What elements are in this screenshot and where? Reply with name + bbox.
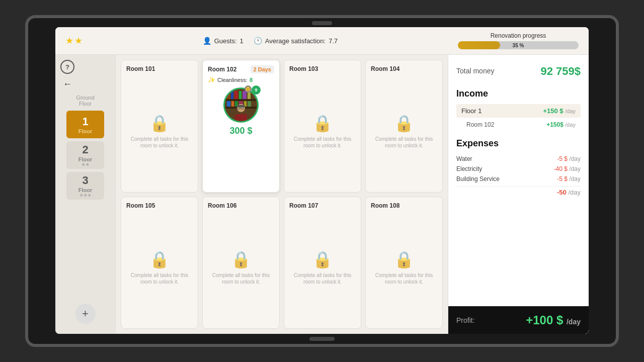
room-103-card[interactable]: Room 103 🔒 Complete all tasks for this r…	[284, 60, 361, 193]
ground-floor-label: Ground Floor	[76, 95, 95, 107]
device-frame: ★ ★ 👤 Guests: 1 🕐 Average satisfaction: …	[25, 15, 619, 347]
floor-3-stars: ★★★	[79, 193, 92, 198]
expenses-title: Expenses	[456, 138, 581, 149]
room-108-card[interactable]: Room 108 🔒 Complete all tasks for this r…	[365, 197, 443, 329]
income-room-102-row: Room 102 +150$ /day	[456, 120, 581, 128]
room-103-lock-icon: 🔒	[312, 114, 333, 133]
room-102-cleanliness: ✨ Cleanliness: 8	[208, 76, 274, 83]
floor-text: Floor	[76, 101, 95, 107]
room-108-lock-text: Complete all tasks for this room to unlo…	[371, 272, 437, 285]
room-103-name: Room 103	[289, 65, 318, 72]
guests-stat: 👤 Guests: 1	[203, 37, 244, 45]
room-103-header: Room 103	[289, 65, 356, 72]
room-107-lock-icon: 🔒	[312, 250, 333, 269]
svg-rect-19	[237, 105, 245, 107]
income-floor-1-value: +150 $ /day	[543, 107, 576, 115]
guest-icon-badge: 😊	[245, 85, 252, 93]
total-money-value: 92 759$	[540, 63, 581, 78]
expenses-section: Expenses Water -5 $ /day Electricity -40…	[456, 138, 581, 196]
satisfaction-value: 7.7	[329, 37, 338, 45]
floor-3-button[interactable]: 3 Floor ★★★	[66, 172, 104, 200]
room-105-card[interactable]: Room 105 🔒 Complete all tasks for this r…	[121, 197, 198, 329]
room-104-lock-text: Complete all tasks for this room to unlo…	[371, 136, 437, 149]
room-102-timer: 2 Days	[251, 65, 274, 73]
room-102-card[interactable]: Room 102 2 Days ✨ Cleanliness: 8	[202, 60, 280, 193]
renovation-label: Renovation progress	[491, 32, 546, 39]
room-103-locked: 🔒 Complete all tasks for this room to un…	[289, 75, 356, 187]
room-107-header: Room 107	[289, 202, 356, 209]
guests-count: 1	[240, 37, 244, 45]
total-money-value-wrap: 92 759$	[540, 63, 581, 78]
svg-rect-10	[231, 101, 234, 107]
floor-3-label: Floor	[78, 187, 93, 193]
room-104-header: Room 104	[371, 65, 437, 72]
room-101-locked: 🔒 Complete all tasks for this room to un…	[126, 75, 193, 187]
svg-rect-5	[234, 91, 238, 99]
help-button[interactable]: ?	[60, 60, 74, 74]
rooms-area: Room 101 🔒 Complete all tasks for this r…	[116, 55, 448, 334]
room-105-lock-text: Complete all tasks for this room to unlo…	[126, 272, 193, 285]
room-101-lock-text: Complete all tasks for this room to unlo…	[126, 136, 193, 149]
help-label: ?	[65, 63, 69, 71]
renovation-section: Renovation progress 35 %	[458, 32, 579, 49]
floor-2-button[interactable]: 2 Floor ★★	[66, 141, 104, 169]
star-2: ★	[74, 35, 83, 46]
room-108-locked: 🔒 Complete all tasks for this room to un…	[371, 212, 437, 324]
floor-1-label: Floor	[78, 128, 93, 134]
main-content: ? ← Ground Floor 1 Floor 2 Floor ★★	[55, 55, 589, 334]
profit-bar: Profit: +100 $ /day	[448, 306, 589, 334]
room-106-header: Room 106	[208, 202, 274, 209]
room-105-locked: 🔒 Complete all tasks for this room to un…	[126, 212, 193, 324]
room-108-lock-icon: 🔒	[394, 250, 414, 269]
back-icon: ←	[63, 79, 72, 89]
renovation-progress-text: 35 %	[513, 43, 524, 48]
device-top-button	[312, 21, 332, 25]
room-101-lock-icon: 🔒	[149, 114, 170, 133]
top-bar: ★ ★ 👤 Guests: 1 🕐 Average satisfaction: …	[55, 27, 589, 55]
right-panel: Total money 92 759$ Income Floor 1	[448, 55, 589, 334]
room-104-card[interactable]: Room 104 🔒 Complete all tasks for this r…	[365, 60, 443, 193]
satisfaction-label: Average satisfaction:	[265, 37, 326, 45]
back-button[interactable]: ←	[63, 79, 72, 89]
total-money-label: Total money	[456, 67, 494, 75]
income-room-102-name: Room 102	[466, 121, 494, 128]
room-104-lock-icon: 🔒	[394, 114, 414, 133]
cleanliness-label: Cleanliness:	[217, 77, 248, 83]
expense-building-row: Building Service -5 $ /day	[456, 174, 581, 184]
room-107-locked: 🔒 Complete all tasks for this room to un…	[289, 212, 356, 324]
expense-electricity-label: Electricity	[456, 165, 482, 172]
total-money-number: 92 759	[540, 65, 574, 77]
expense-electricity-value: -40 $ /day	[554, 165, 581, 172]
ground-text: Ground	[76, 95, 95, 101]
room-106-lock-text: Complete all tasks for this room to unlo…	[208, 272, 274, 285]
expense-electricity-row: Electricity -40 $ /day	[456, 164, 581, 174]
expenses-total-value: -50 /day	[557, 189, 581, 196]
renovation-progress-bar: 35 %	[458, 41, 579, 49]
room-105-name: Room 105	[126, 202, 155, 209]
income-room-102-value: +150$ /day	[546, 121, 576, 128]
satisfaction-stat: 🕐 Average satisfaction: 7.7	[254, 37, 338, 45]
profit-per-day: /day	[567, 318, 581, 326]
device-home-button[interactable]	[309, 337, 335, 341]
expense-building-label: Building Service	[456, 175, 500, 183]
room-106-card[interactable]: Room 106 🔒 Complete all tasks for this r…	[202, 197, 280, 329]
cleanliness-value: 8	[250, 77, 253, 83]
room-102-price: 300 $	[229, 126, 252, 136]
floor-1-button[interactable]: 1 Floor	[66, 111, 104, 138]
star-rating: ★ ★	[65, 35, 83, 46]
floor-2-number: 2	[82, 143, 88, 156]
income-floor-1-name: Floor 1	[461, 107, 481, 115]
room-101-header: Room 101	[126, 65, 193, 72]
sidebar: ? ← Ground Floor 1 Floor 2 Floor ★★	[55, 55, 116, 334]
room-101-card[interactable]: Room 101 🔒 Complete all tasks for this r…	[121, 60, 198, 193]
guest-icon: 👤	[203, 37, 211, 45]
add-floor-button[interactable]: +	[75, 304, 96, 324]
room-106-lock-icon: 🔒	[231, 250, 251, 269]
room-107-card[interactable]: Room 107 🔒 Complete all tasks for this r…	[284, 197, 361, 329]
room-108-name: Room 108	[371, 202, 399, 209]
room-104-locked: 🔒 Complete all tasks for this room to un…	[371, 75, 437, 187]
guest-badge: 9	[252, 85, 261, 95]
app-window: ★ ★ 👤 Guests: 1 🕐 Average satisfaction: …	[55, 27, 589, 334]
room-105-header: Room 105	[126, 202, 193, 209]
room-105-lock-icon: 🔒	[149, 250, 170, 269]
